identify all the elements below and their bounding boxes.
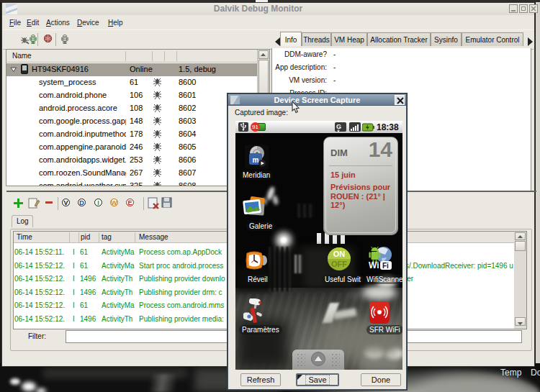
svg-text:m: m [253,156,259,164]
svg-text:Wi: Wi [369,260,379,270]
svg-text:ON: ON [333,250,346,258]
svg-text:OFF: OFF [331,260,347,268]
svg-text:Fi: Fi [382,262,389,270]
svg-text:G: G [336,123,341,130]
